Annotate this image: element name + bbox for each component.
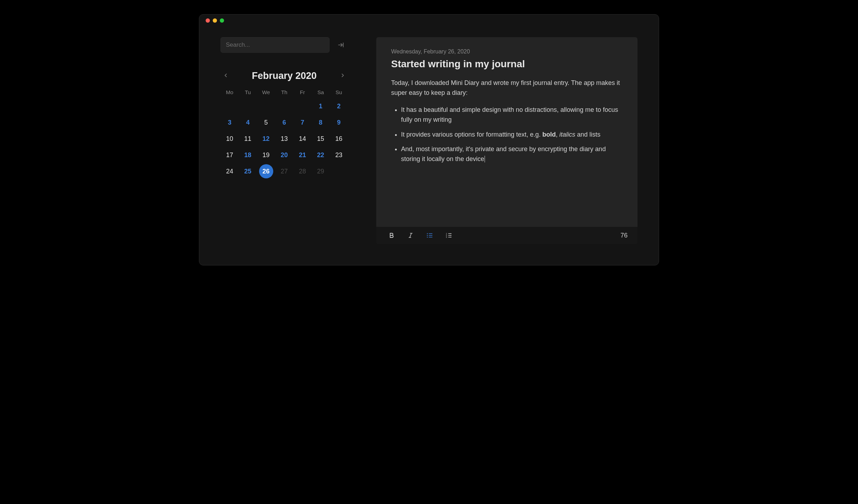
calendar-day [221, 98, 239, 114]
calendar-day[interactable]: 2 [330, 98, 348, 114]
weekday-label: We [257, 89, 275, 95]
bullet-list-button[interactable] [424, 230, 435, 241]
calendar-day[interactable]: 13 [275, 131, 293, 147]
entry-body[interactable]: Wednesday, February 26, 2020 Started wri… [376, 37, 637, 227]
calendar-day[interactable]: 24 [221, 163, 239, 179]
calendar-day [275, 98, 293, 114]
calendar-day [239, 98, 257, 114]
entry-bullet[interactable]: It has a beautiful and simple design wit… [401, 105, 623, 125]
svg-text:3: 3 [446, 236, 447, 238]
svg-point-5 [427, 233, 428, 234]
calendar-week-row: 17181920212223 [221, 147, 348, 163]
calendar-day[interactable]: 21 [293, 147, 311, 163]
entry-title[interactable]: Started writing in my journal [391, 58, 623, 70]
italic-icon [407, 232, 414, 239]
content-area: February 2020 MoTuWeThFrSaSu 12345678910… [199, 27, 659, 265]
text-cursor [485, 156, 485, 163]
svg-point-7 [427, 237, 428, 238]
bold-icon [388, 232, 395, 239]
next-month-button[interactable] [337, 71, 348, 81]
app-window: February 2020 MoTuWeThFrSaSu 12345678910… [199, 14, 659, 265]
italic-button[interactable] [405, 230, 416, 241]
sidebar: February 2020 MoTuWeThFrSaSu 12345678910… [221, 37, 348, 244]
calendar-header: February 2020 [221, 70, 348, 81]
maximize-window-button[interactable] [220, 18, 224, 23]
calendar-day[interactable]: 5 [257, 114, 275, 131]
calendar-day[interactable]: 19 [257, 147, 275, 163]
go-to-today-button[interactable] [334, 38, 348, 52]
calendar-day[interactable]: 12 [257, 131, 275, 147]
calendar-week-row: 3456789 [221, 114, 348, 131]
entry-date: Wednesday, February 26, 2020 [391, 48, 623, 55]
calendar-day[interactable]: 3 [221, 114, 239, 131]
calendar-day[interactable]: 11 [239, 131, 257, 147]
close-window-button[interactable] [206, 18, 210, 23]
weekday-label: Tu [239, 89, 257, 95]
search-input[interactable] [221, 37, 330, 53]
calendar-day[interactable]: 22 [311, 147, 330, 163]
calendar-day[interactable]: 14 [293, 131, 311, 147]
calendar-day[interactable]: 8 [311, 114, 330, 131]
calendar-day[interactable]: 23 [330, 147, 348, 163]
calendar-week-row: 12 [221, 98, 348, 114]
calendar-day [330, 163, 348, 179]
calendar-day[interactable]: 7 [293, 114, 311, 131]
weekday-label: Sa [311, 89, 330, 95]
calendar-day[interactable]: 16 [330, 131, 348, 147]
chevron-right-icon [340, 73, 345, 78]
calendar-day[interactable]: 18 [239, 147, 257, 163]
calendar-day[interactable]: 10 [221, 131, 239, 147]
goto-today-icon [337, 41, 344, 48]
prev-month-button[interactable] [221, 71, 231, 81]
calendar-day: 29 [311, 163, 330, 179]
bullet-list-icon [426, 232, 433, 239]
calendar-day[interactable]: 1 [311, 98, 330, 114]
weekday-label: Su [330, 89, 348, 95]
calendar-day[interactable]: 20 [275, 147, 293, 163]
entry-paragraph[interactable]: Today, I downloaded Mini Diary and wrote… [391, 78, 623, 98]
calendar-day[interactable]: 9 [330, 114, 348, 131]
svg-point-6 [427, 235, 428, 236]
calendar-day[interactable]: 25 [239, 163, 257, 179]
calendar-day[interactable]: 6 [275, 114, 293, 131]
ordered-list-icon: 123 [445, 232, 452, 239]
ordered-list-button[interactable]: 123 [444, 230, 454, 241]
entry-bullet-list[interactable]: It has a beautiful and simple design wit… [391, 105, 623, 164]
calendar-day: 28 [293, 163, 311, 179]
calendar-day [293, 98, 311, 114]
entry-bullet[interactable]: It provides various options for formatti… [401, 130, 623, 140]
titlebar [199, 15, 659, 27]
calendar-day[interactable]: 4 [239, 114, 257, 131]
search-row [221, 37, 348, 53]
calendar-grid: 1234567891011121314151617181920212223242… [221, 98, 348, 179]
minimize-window-button[interactable] [213, 18, 217, 23]
weekday-label: Mo [221, 89, 239, 95]
calendar-day [257, 98, 275, 114]
weekday-header: MoTuWeThFrSaSu [221, 89, 348, 95]
entry-bullet[interactable]: And, most importantly, it's private and … [401, 144, 623, 164]
editor-panel: Wednesday, February 26, 2020 Started wri… [376, 37, 637, 244]
month-label: February 2020 [252, 70, 316, 81]
calendar-day: 27 [275, 163, 293, 179]
calendar-day[interactable]: 17 [221, 147, 239, 163]
calendar-week-row: 242526272829 [221, 163, 348, 179]
svg-line-4 [410, 233, 412, 237]
calendar-day[interactable]: 26 [257, 163, 275, 179]
weekday-label: Th [275, 89, 293, 95]
weekday-label: Fr [293, 89, 311, 95]
bold-button[interactable] [386, 230, 397, 241]
word-count: 76 [620, 232, 628, 239]
calendar-day[interactable]: 15 [311, 131, 330, 147]
chevron-left-icon [223, 73, 228, 78]
calendar-week-row: 10111213141516 [221, 131, 348, 147]
editor-toolbar: 123 76 [376, 227, 637, 244]
